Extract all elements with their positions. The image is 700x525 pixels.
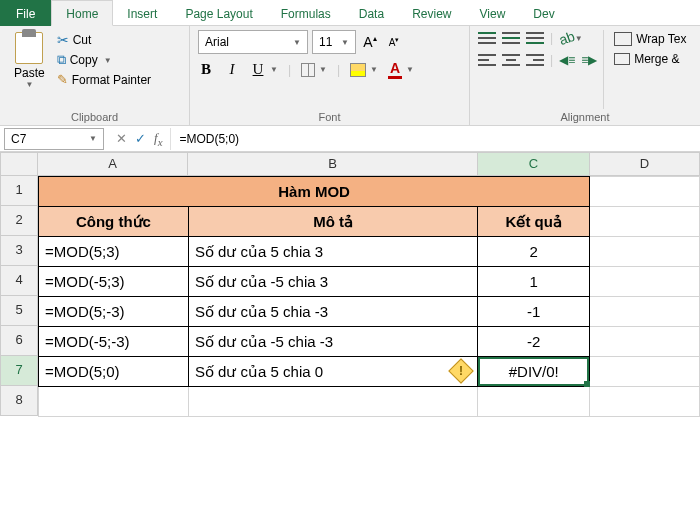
cell[interactable]: -1 [478,297,590,327]
row-header-2[interactable]: 2 [0,206,38,236]
wrap-text-button[interactable]: Wrap Tex [614,32,686,46]
cell[interactable]: =MOD(5;3) [39,237,189,267]
cell-title[interactable]: Hàm MOD [39,177,590,207]
cell[interactable] [188,387,477,417]
cell-selected[interactable]: #DIV/0! [478,357,590,387]
cell[interactable]: Số dư của -5 chia -3 [188,327,477,357]
cell[interactable]: -2 [478,327,590,357]
formula-bar-input[interactable]: =MOD(5;0) [170,128,700,150]
row-header-1[interactable]: 1 [0,176,38,206]
select-all-corner[interactable] [0,152,38,176]
copy-label: Copy [70,53,98,67]
increase-font-button[interactable]: A▴ [360,34,380,50]
cell[interactable] [590,267,700,297]
align-bottom-button[interactable] [526,30,544,46]
fx-icon[interactable]: fx [154,130,162,148]
table-row: =MOD(5;3) Số dư của 5 chia 3 2 [39,237,700,267]
tab-insert[interactable]: Insert [113,0,171,26]
cut-button[interactable]: ✂ Cut [57,32,151,48]
font-name-value: Arial [205,35,229,49]
ribbon-group-alignment: | ab ▼ | ◀≡ ≡▶ Wrap Tex [470,26,700,125]
merge-icon [614,53,630,65]
enter-formula-button[interactable]: ✓ [135,131,146,146]
tab-home[interactable]: Home [51,0,113,26]
cell[interactable] [590,177,700,207]
paste-button[interactable]: Paste ▼ [8,30,51,91]
column-header-d[interactable]: D [590,152,700,176]
cancel-formula-button[interactable]: ✕ [116,131,127,146]
cell[interactable]: =MOD(-5;-3) [39,327,189,357]
chevron-down-icon[interactable]: ▼ [319,65,327,74]
cell[interactable]: Số dư của -5 chia 3 [188,267,477,297]
align-middle-button[interactable] [502,30,520,46]
paste-label: Paste [14,66,45,80]
chevron-down-icon[interactable]: ▼ [25,80,33,89]
copy-button[interactable]: ⧉ Copy ▼ [57,52,151,68]
chevron-down-icon[interactable]: ▼ [89,134,97,143]
chevron-down-icon[interactable]: ▼ [406,65,414,74]
decrease-indent-button[interactable]: ◀≡ [559,53,575,67]
align-center-button[interactable] [502,52,520,68]
cell[interactable] [590,357,700,387]
orientation-button[interactable]: ab [557,28,577,48]
align-top-button[interactable] [478,30,496,46]
cell-header-result[interactable]: Kết quả [478,207,590,237]
tab-formulas[interactable]: Formulas [267,0,345,26]
cell[interactable]: Số dư của 5 chia 0 [188,357,477,387]
font-color-button[interactable]: A [388,60,402,79]
cell[interactable]: 2 [478,237,590,267]
chevron-down-icon[interactable]: ▼ [104,56,112,65]
merge-center-button[interactable]: Merge & [614,52,686,66]
row-header-5[interactable]: 5 [0,296,38,326]
row-header-7[interactable]: 7 [0,356,38,386]
underline-button[interactable]: U [250,61,266,78]
cell[interactable] [590,207,700,237]
wrap-text-label: Wrap Tex [636,32,686,46]
column-header-c[interactable]: C [478,152,590,176]
tab-developer[interactable]: Dev [519,0,568,26]
cell[interactable] [478,387,590,417]
tab-data[interactable]: Data [345,0,398,26]
cell[interactable]: =MOD(5;-3) [39,297,189,327]
bold-button[interactable]: B [198,61,214,78]
chevron-down-icon[interactable]: ▼ [370,65,378,74]
borders-button[interactable] [301,63,315,77]
cell[interactable] [590,327,700,357]
name-box[interactable]: C7 ▼ [4,128,104,150]
cell[interactable]: =MOD(5;0) [39,357,189,387]
cell[interactable] [590,297,700,327]
cell-header-formula[interactable]: Công thức [39,207,189,237]
cell[interactable] [590,237,700,267]
row-headers: 1 2 3 4 5 6 7 8 [0,176,38,417]
format-painter-button[interactable]: ✎ Format Painter [57,72,151,87]
cell[interactable] [590,387,700,417]
align-left-button[interactable] [478,52,496,68]
font-size-dropdown[interactable]: 11 ▼ [312,30,356,54]
increase-indent-button[interactable]: ≡▶ [581,53,597,67]
table-row: Công thức Mô tả Kết quả [39,207,700,237]
column-header-a[interactable]: A [38,152,188,176]
paste-icon [15,32,43,64]
cell[interactable]: =MOD(-5;3) [39,267,189,297]
fill-color-button[interactable] [350,63,366,77]
tab-view[interactable]: View [466,0,520,26]
chevron-down-icon[interactable]: ▼ [270,65,278,74]
row-header-3[interactable]: 3 [0,236,38,266]
font-name-dropdown[interactable]: Arial ▼ [198,30,308,54]
tab-page-layout[interactable]: Page Layout [171,0,266,26]
cell[interactable]: Số dư của 5 chia 3 [188,237,477,267]
clipboard-group-label: Clipboard [8,109,181,123]
tab-file[interactable]: File [0,0,51,26]
align-right-button[interactable] [526,52,544,68]
column-header-b[interactable]: B [188,152,478,176]
cell[interactable] [39,387,189,417]
cell-header-desc[interactable]: Mô tả [188,207,477,237]
italic-button[interactable]: I [224,61,240,78]
row-header-4[interactable]: 4 [0,266,38,296]
decrease-font-button[interactable]: A▾ [384,36,404,48]
cell[interactable]: Số dư của 5 chia -3 [188,297,477,327]
row-header-8[interactable]: 8 [0,386,38,416]
cell[interactable]: 1 [478,267,590,297]
row-header-6[interactable]: 6 [0,326,38,356]
tab-review[interactable]: Review [398,0,465,26]
